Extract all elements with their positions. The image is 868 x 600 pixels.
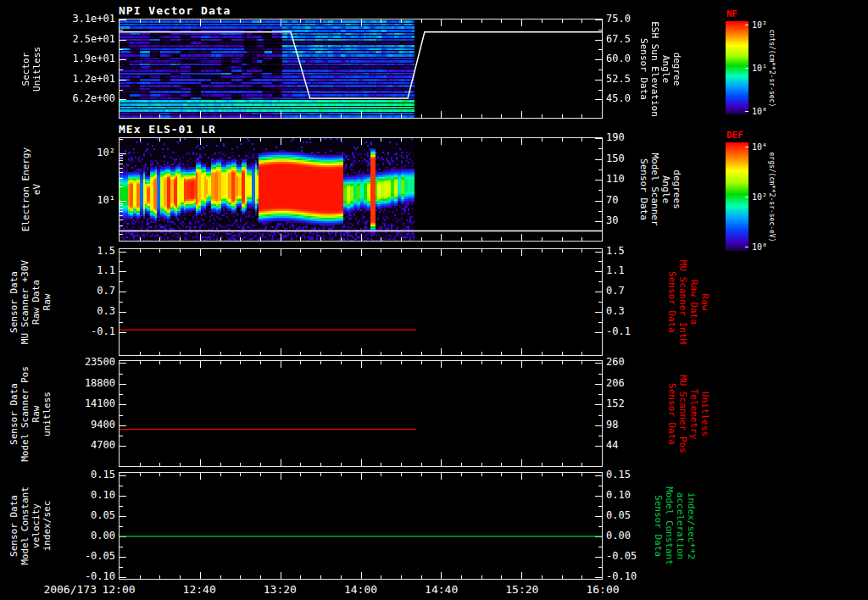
time-tick bbox=[501, 19, 502, 23]
time-tick bbox=[521, 361, 522, 368]
y-axis-tick bbox=[120, 168, 123, 169]
time-tick bbox=[220, 463, 221, 466]
time-tick bbox=[542, 352, 542, 355]
time-tick bbox=[140, 361, 141, 364]
time-tick bbox=[381, 575, 381, 579]
time-tick bbox=[581, 19, 582, 23]
time-tick bbox=[281, 234, 281, 241]
els-spectrogram-panel bbox=[119, 137, 603, 242]
right-axis-label-line: Raw bbox=[699, 294, 710, 311]
time-tick bbox=[300, 463, 301, 466]
y-axis-tick bbox=[120, 211, 123, 212]
time-tick bbox=[501, 473, 502, 476]
y-axis-tick-label: 1.1 bbox=[606, 265, 657, 276]
y-axis-tick bbox=[598, 506, 602, 507]
right-axis-label-line: index/sec**2 bbox=[686, 492, 697, 559]
time-tick bbox=[542, 249, 542, 253]
right-axis-label-line: Sensor Data bbox=[666, 383, 677, 445]
right-axis-label-line: Sensor Data bbox=[638, 158, 649, 220]
right-axis-label: Sensor DataESH Sun ElevationAngledegree bbox=[638, 19, 682, 119]
time-tick bbox=[461, 19, 462, 23]
time-tick bbox=[562, 114, 563, 118]
time-tick bbox=[381, 361, 381, 364]
y-axis-tick-label: 44 bbox=[606, 440, 657, 451]
y-axis-tick bbox=[120, 203, 123, 204]
left-axis-label: SectorUnitless bbox=[20, 19, 42, 119]
y-axis-tick bbox=[595, 159, 602, 160]
time-tick bbox=[562, 138, 563, 142]
time-tick bbox=[260, 361, 261, 364]
y-axis-tick bbox=[598, 69, 602, 70]
time-tick bbox=[159, 352, 160, 355]
time-tick bbox=[401, 575, 402, 579]
y-axis-tick-label: 0.10 bbox=[606, 490, 657, 501]
y-axis-tick bbox=[120, 567, 123, 568]
left-axis-label-column: Sensor Data bbox=[8, 248, 19, 356]
y-axis-tick-label: 0.15 bbox=[47, 469, 115, 481]
panel-line-overlay bbox=[120, 473, 602, 579]
right-axis-label-line: Unitless bbox=[699, 392, 710, 436]
time-tick bbox=[180, 575, 181, 579]
npi-spectrogram-panel bbox=[119, 19, 603, 119]
y-axis-tick bbox=[120, 425, 126, 426]
y-axis-tick-label: 0.05 bbox=[606, 510, 657, 521]
time-tick bbox=[180, 361, 181, 364]
time-tick bbox=[180, 237, 181, 241]
time-tick bbox=[240, 249, 241, 253]
left-axis-label-line: Sector bbox=[20, 52, 31, 86]
y-axis-tick-label: 1.1 bbox=[47, 265, 115, 276]
time-tick bbox=[361, 348, 362, 355]
time-tick bbox=[240, 361, 241, 364]
time-tick bbox=[542, 114, 542, 118]
right-axis-label-column: degrees bbox=[671, 137, 682, 242]
left-axis-label-column: Unitless bbox=[31, 19, 42, 119]
time-tick bbox=[300, 237, 301, 241]
time-tick bbox=[260, 352, 261, 355]
right-axis-label-line: acceleration bbox=[675, 492, 686, 559]
time-tick bbox=[260, 249, 261, 253]
time-tick bbox=[240, 114, 241, 118]
time-tick bbox=[180, 473, 181, 476]
y-axis-tick bbox=[120, 19, 126, 20]
colorbar-tick bbox=[745, 247, 748, 247]
y-axis-tick-label: 0.7 bbox=[606, 286, 657, 297]
colorbar-tick-label: 10² bbox=[752, 20, 767, 30]
time-tick bbox=[461, 463, 462, 466]
right-axis-label-line: degree bbox=[671, 52, 682, 86]
time-tick bbox=[562, 249, 563, 253]
time-tick bbox=[441, 348, 442, 355]
right-axis-label-column: degree bbox=[671, 19, 682, 119]
right-axis-label-line: Angle bbox=[660, 175, 671, 203]
y-axis-tick bbox=[598, 90, 602, 91]
right-axis-label-column: Sensor Data bbox=[653, 472, 664, 580]
right-axis-label-line: Model Constant bbox=[664, 486, 675, 565]
y-axis-tick-label: 14100 bbox=[47, 398, 115, 409]
time-tick bbox=[260, 575, 261, 579]
left-axis-label-line: unitless bbox=[42, 392, 53, 436]
y-axis-tick bbox=[120, 69, 123, 70]
time-tick bbox=[562, 237, 563, 241]
y-axis-tick-label: 1.5 bbox=[606, 246, 657, 257]
time-tick bbox=[300, 138, 301, 142]
time-tick bbox=[361, 459, 362, 466]
left-axis-label-line: Sensor Data bbox=[8, 495, 19, 557]
time-tick bbox=[300, 575, 301, 579]
y-axis-tick bbox=[120, 90, 123, 91]
y-axis-tick-label: 23500 bbox=[47, 357, 115, 368]
time-tick bbox=[361, 249, 362, 256]
y-axis-tick bbox=[120, 30, 123, 31]
time-tick bbox=[461, 237, 462, 241]
y-axis-tick-label: -0.10 bbox=[606, 571, 657, 582]
left-axis-label-column: Electron Energy bbox=[20, 137, 31, 242]
time-tick bbox=[501, 138, 502, 142]
y-axis-tick bbox=[595, 80, 602, 81]
left-axis-label: Sensor DataModel Constantvelocityindex/s… bbox=[8, 472, 53, 580]
left-axis-label: Sensor DataModel Scanner PosRawunitless bbox=[8, 360, 53, 467]
time-tick bbox=[260, 114, 261, 118]
time-tick bbox=[501, 575, 502, 579]
time-tick bbox=[361, 138, 362, 145]
time-tick bbox=[200, 361, 201, 368]
y-axis-tick bbox=[598, 436, 602, 436]
right-axis-label-column: Raw bbox=[699, 248, 710, 356]
date-label: 2006/173 bbox=[19, 583, 97, 596]
